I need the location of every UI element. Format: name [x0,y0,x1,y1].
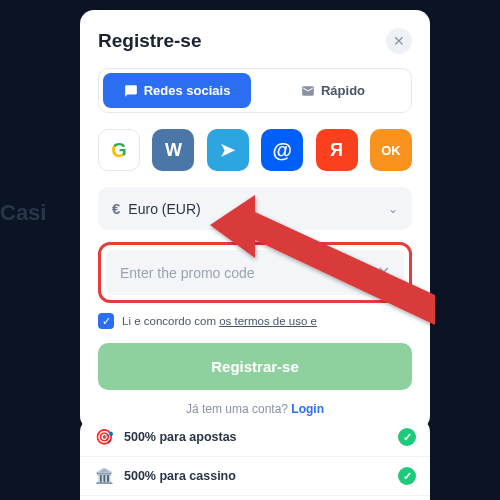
target-icon: 🎯 [94,427,114,447]
terms-prefix: Li e concordo com [122,315,219,327]
bonus-item: 🏛️ 500% para cassino ✓ [80,457,430,496]
social-yandex[interactable]: Я [316,129,358,171]
terms-checkbox[interactable]: ✓ [98,313,114,329]
tab-social-label: Redes sociais [144,83,231,98]
social-row: G W ➤ @ Я OK [98,129,412,171]
vk-icon: W [165,140,182,161]
login-link[interactable]: Login [291,402,324,416]
login-row: Já tem uma conta? Login [98,402,412,416]
google-icon: G [111,139,127,162]
mailru-icon: @ [272,139,292,162]
promo-field: ✕ [106,250,404,295]
envelope-icon [301,84,315,98]
social-mailru[interactable]: @ [261,129,303,171]
register-tabs: Redes sociais Rápido [98,68,412,113]
social-google[interactable]: G [98,129,140,171]
bonus-panel: 🎯 500% para apostas ✓ 🏛️ 500% para cassi… [80,418,430,500]
close-icon: ✕ [393,33,405,49]
clear-icon[interactable]: ✕ [377,263,390,282]
currency-label: Euro (EUR) [128,201,380,217]
telegram-icon: ➤ [220,139,235,161]
background-text: Casi [0,200,46,226]
chat-icon [124,84,138,98]
bonus-item: 💰 Cashback até 30% ✓ [80,496,430,500]
bonus-text: 500% para cassino [124,469,388,483]
social-ok[interactable]: OK [370,129,412,171]
modal-header: Registre-se ✕ [98,28,412,54]
login-prompt: Já tem uma conta? [186,402,291,416]
register-modal: Registre-se ✕ Redes sociais Rápido G W ➤… [80,10,430,430]
check-badge-icon: ✓ [398,428,416,446]
bonus-text: 500% para apostas [124,430,388,444]
terms-row: ✓ Li e concordo com os termos de uso e [98,313,412,329]
chevron-down-icon: ⌄ [388,202,398,216]
currency-select[interactable]: € Euro (EUR) ⌄ [98,187,412,230]
bonus-item: 🎯 500% para apostas ✓ [80,418,430,457]
social-vk[interactable]: W [152,129,194,171]
promo-highlight: ✕ [98,242,412,303]
ok-icon: OK [381,143,401,158]
currency-symbol: € [112,200,120,217]
tab-quick[interactable]: Rápido [259,73,407,108]
modal-title: Registre-se [98,30,202,52]
check-icon: ✓ [102,315,111,328]
terms-text: Li e concordo com os termos de uso e [122,315,317,327]
register-button[interactable]: Registrar-se [98,343,412,390]
tab-quick-label: Rápido [321,83,365,98]
social-telegram[interactable]: ➤ [207,129,249,171]
check-badge-icon: ✓ [398,467,416,485]
close-button[interactable]: ✕ [386,28,412,54]
tab-social[interactable]: Redes sociais [103,73,251,108]
yandex-icon: Я [330,140,343,161]
terms-link[interactable]: os termos de uso e [219,315,317,327]
slot-icon: 🏛️ [94,466,114,486]
promo-input[interactable] [120,265,377,281]
